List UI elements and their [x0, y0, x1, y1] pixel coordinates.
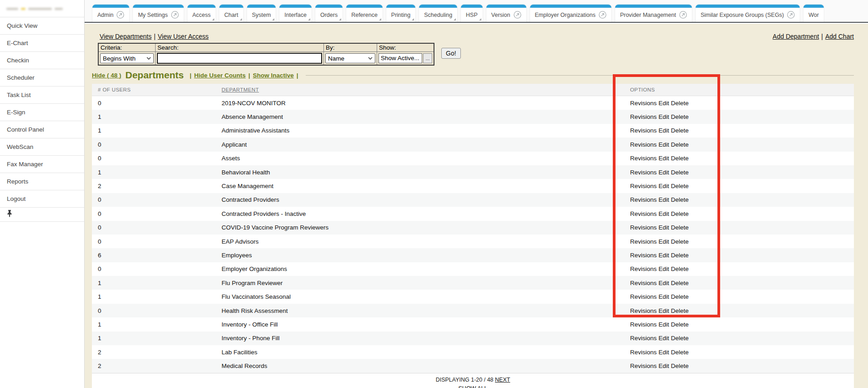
tab-admin[interactable]: Admin: [92, 5, 129, 22]
edit-link[interactable]: Edit: [659, 127, 669, 134]
edit-link[interactable]: Edit: [659, 238, 669, 245]
delete-link[interactable]: Delete: [671, 321, 689, 328]
popout-arrow-icon[interactable]: [787, 11, 795, 19]
search-input[interactable]: [157, 53, 322, 64]
sidebar-item-scheduler[interactable]: Scheduler: [0, 69, 84, 87]
tab-reference[interactable]: Reference: [346, 5, 383, 22]
sidebar-item-control-panel[interactable]: Control Panel: [0, 121, 84, 138]
revisions-link[interactable]: Revisions: [630, 349, 657, 356]
sidebar-item-logout[interactable]: Logout: [0, 190, 84, 208]
sidebar-item-e-sign[interactable]: E-Sign: [0, 104, 84, 121]
tab-my-settings[interactable]: My Settings: [133, 5, 183, 22]
delete-link[interactable]: Delete: [671, 210, 689, 217]
sidebar-item-task-list[interactable]: Task List: [0, 87, 84, 104]
tab-provider-management[interactable]: Provider Management: [615, 5, 692, 22]
delete-link[interactable]: Delete: [671, 169, 689, 176]
next-page-link[interactable]: NEXT: [495, 377, 510, 383]
hide-count-link[interactable]: Hide ( 48 ): [92, 72, 121, 79]
delete-link[interactable]: Delete: [671, 307, 689, 314]
delete-link[interactable]: Delete: [671, 349, 689, 356]
edit-link[interactable]: Edit: [659, 307, 669, 314]
go-button[interactable]: Go!: [441, 48, 461, 59]
revisions-link[interactable]: Revisions: [630, 293, 657, 300]
tab-employer-organizations[interactable]: Employer Organizations: [530, 5, 611, 22]
criteria-select[interactable]: Begins With: [100, 53, 154, 63]
edit-link[interactable]: Edit: [659, 293, 669, 300]
delete-link[interactable]: Delete: [671, 335, 689, 342]
revisions-link[interactable]: Revisions: [630, 265, 657, 272]
revisions-link[interactable]: Revisions: [630, 183, 657, 189]
delete-link[interactable]: Delete: [671, 127, 689, 134]
sidebar-pin-button[interactable]: [0, 208, 84, 222]
edit-link[interactable]: Edit: [659, 252, 669, 259]
revisions-link[interactable]: Revisions: [630, 155, 657, 162]
delete-link[interactable]: Delete: [671, 196, 689, 203]
tab-wor[interactable]: Wor: [803, 5, 824, 22]
revisions-link[interactable]: Revisions: [630, 321, 657, 328]
edit-link[interactable]: Edit: [659, 183, 669, 189]
view-user-access-link[interactable]: View User Access: [158, 33, 209, 40]
add-department-link[interactable]: Add Department: [772, 33, 819, 40]
edit-link[interactable]: Edit: [659, 141, 669, 148]
show-filter-value[interactable]: Show Active...: [378, 53, 422, 63]
add-chart-link[interactable]: Add Chart: [825, 33, 854, 40]
edit-link[interactable]: Edit: [659, 335, 669, 342]
delete-link[interactable]: Delete: [671, 252, 689, 259]
delete-link[interactable]: Delete: [671, 100, 689, 107]
delete-link[interactable]: Delete: [671, 280, 689, 286]
revisions-link[interactable]: Revisions: [630, 210, 657, 217]
edit-link[interactable]: Edit: [659, 196, 669, 203]
popout-arrow-icon[interactable]: [599, 11, 606, 19]
revisions-link[interactable]: Revisions: [630, 362, 657, 369]
tab-access[interactable]: Access: [187, 5, 216, 22]
sidebar-item-webscan[interactable]: WebScan: [0, 138, 84, 156]
delete-link[interactable]: Delete: [671, 224, 689, 231]
edit-link[interactable]: Edit: [659, 155, 669, 162]
delete-link[interactable]: Delete: [671, 155, 689, 162]
delete-link[interactable]: Delete: [671, 293, 689, 300]
hide-user-counts-link[interactable]: Hide User Counts: [194, 72, 246, 79]
sidebar-item-checkin[interactable]: Checkin: [0, 52, 84, 69]
delete-link[interactable]: Delete: [671, 265, 689, 272]
revisions-link[interactable]: Revisions: [630, 196, 657, 203]
tab-scheduling[interactable]: Scheduling: [419, 5, 457, 22]
delete-link[interactable]: Delete: [671, 183, 689, 189]
sidebar-item-e-chart[interactable]: E-Chart: [0, 35, 84, 52]
popout-arrow-icon[interactable]: [679, 11, 687, 19]
revisions-link[interactable]: Revisions: [630, 307, 657, 314]
edit-link[interactable]: Edit: [659, 265, 669, 272]
sidebar-item-reports[interactable]: Reports: [0, 173, 84, 190]
edit-link[interactable]: Edit: [659, 349, 669, 356]
edit-link[interactable]: Edit: [659, 113, 669, 120]
edit-link[interactable]: Edit: [659, 169, 669, 176]
show-inactive-link[interactable]: Show Inactive: [253, 72, 294, 79]
show-all-link[interactable]: SHOW ALL: [459, 385, 488, 388]
by-select[interactable]: Name: [325, 53, 375, 63]
edit-link[interactable]: Edit: [659, 100, 669, 107]
revisions-link[interactable]: Revisions: [630, 141, 657, 148]
revisions-link[interactable]: Revisions: [630, 224, 657, 231]
tab-interface[interactable]: Interface: [279, 5, 312, 22]
tab-printing[interactable]: Printing: [386, 5, 415, 22]
delete-link[interactable]: Delete: [671, 113, 689, 120]
delete-link[interactable]: Delete: [671, 362, 689, 369]
tab-system[interactable]: System: [247, 5, 276, 22]
edit-link[interactable]: Edit: [659, 280, 669, 286]
delete-link[interactable]: Delete: [671, 238, 689, 245]
revisions-link[interactable]: Revisions: [630, 252, 657, 259]
revisions-link[interactable]: Revisions: [630, 113, 657, 120]
tab-version[interactable]: Version: [486, 5, 526, 22]
view-departments-link[interactable]: View Departments: [100, 33, 151, 40]
revisions-link[interactable]: Revisions: [630, 100, 657, 107]
edit-link[interactable]: Edit: [659, 362, 669, 369]
revisions-link[interactable]: Revisions: [630, 169, 657, 176]
tab-hsp[interactable]: HSP: [461, 5, 483, 22]
popout-arrow-icon[interactable]: [514, 11, 521, 19]
tab-chart[interactable]: Chart: [219, 5, 243, 22]
popout-arrow-icon[interactable]: [116, 11, 124, 19]
revisions-link[interactable]: Revisions: [630, 127, 657, 134]
revisions-link[interactable]: Revisions: [630, 335, 657, 342]
revisions-link[interactable]: Revisions: [630, 238, 657, 245]
sidebar-item-quick-view[interactable]: Quick View: [0, 17, 84, 35]
tab-similar-exposure-groups-segs-[interactable]: Similar Exposure Groups (SEGs): [696, 5, 800, 22]
